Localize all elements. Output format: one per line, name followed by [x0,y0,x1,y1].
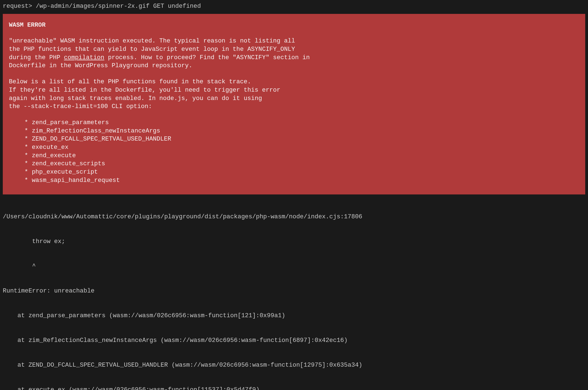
stack-throw-line: throw ex; [3,238,585,246]
error-function-item: ZEND_DO_FCALL_SPEC_RETVAL_USED_HANDLER [24,135,579,143]
error-paragraph-1: "unreachable" WASM instruction executed.… [9,37,579,70]
runtime-error-line: RuntimeError: unreachable [3,287,585,295]
error-functions-list: zend_parse_parameters zim_ReflectionClas… [9,119,579,185]
stack-file-line: /Users/cloudnik/www/Automattic/core/plug… [3,213,585,221]
stack-frame: at zend_parse_parameters (wasm://wasm/02… [3,312,585,320]
stack-trace-output: /Users/cloudnik/www/Automattic/core/plug… [0,196,588,390]
error-paragraph-2: Below is a list of all the PHP functions… [9,78,579,111]
error-function-item: wasm_sapi_handle_request [24,176,579,185]
error-function-item: php_execute_script [24,168,579,176]
request-path: /wp-admin/images/spinner-2x.gif GET unde… [36,3,201,10]
wasm-error-box: WASM ERROR "unreachable" WASM instructio… [3,14,585,195]
stack-caret-line: ^ [3,262,585,271]
stack-frame: at zim_ReflectionClass_newInstanceArgs (… [3,336,585,345]
error-function-item: zend_parse_parameters [24,119,579,127]
error-title: WASM ERROR [9,21,579,29]
stack-frame: at ZEND_DO_FCALL_SPEC_RETVAL_USED_HANDLE… [3,361,585,369]
compilation-link[interactable]: compilation [64,54,104,61]
request-prefix: request> [3,3,36,10]
request-line: request> /wp-admin/images/spinner-2x.gif… [0,0,588,14]
error-function-item: zend_execute_scripts [24,160,579,168]
stack-frame: at execute_ex (wasm://wasm/026c6956:wasm… [3,386,585,390]
error-function-item: execute_ex [24,143,579,152]
error-function-item: zim_ReflectionClass_newInstanceArgs [24,127,579,135]
error-function-item: zend_execute [24,152,579,160]
